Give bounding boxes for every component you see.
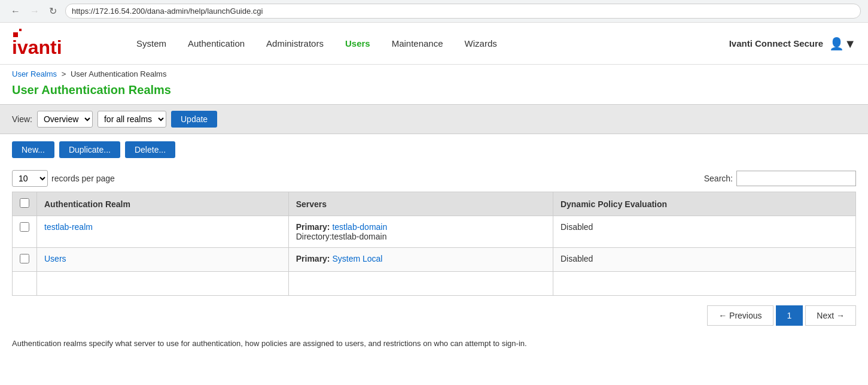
row2-servers-cell: Primary: System Local (288, 248, 553, 272)
page-title: User Authentication Realms (0, 81, 868, 104)
table-row: testlab-realm Primary: testlab-domain Di… (13, 216, 856, 248)
records-search-bar: 10 25 50 100 records per page Search: (0, 165, 868, 192)
row2-primary-link[interactable]: System Local (332, 254, 382, 263)
select-all-checkbox[interactable] (20, 198, 29, 208)
logo-svg: ivanti (12, 28, 108, 57)
row2-realm-link[interactable]: Users (44, 254, 66, 263)
breadcrumb-current: User Authentication Realms (71, 69, 166, 78)
realm-select[interactable]: for all realms (98, 111, 166, 128)
nav-administrators[interactable]: Administrators (255, 34, 334, 53)
empty2 (37, 272, 289, 296)
update-button[interactable]: Update (171, 111, 217, 128)
header-right: Ivanti Connect Secure 👤▼ (729, 37, 856, 51)
row1-realm-link[interactable]: testlab-realm (44, 222, 93, 232)
row1-realm-cell: testlab-realm (37, 216, 289, 248)
pagination-bar: ← Previous 1 Next → (0, 296, 868, 335)
table-row: Users Primary: System Local Disabled (13, 248, 856, 272)
page-1-button[interactable]: 1 (776, 305, 803, 326)
app-header: ivanti System Authentication Administrat… (0, 23, 868, 65)
footer-note: Authentication realms specify what serve… (0, 335, 868, 357)
toolbar: View: Overview for all realms Update (0, 104, 868, 134)
row2-realm-cell: Users (37, 248, 289, 272)
empty1 (13, 272, 37, 296)
search-right: Search: (704, 171, 856, 186)
row2-primary-label: Primary: (296, 254, 330, 263)
row2-dpe-cell: Disabled (553, 248, 855, 272)
records-per-page-select[interactable]: 10 25 50 100 (12, 170, 48, 187)
nav-authentication[interactable]: Authentication (177, 34, 255, 53)
back-button[interactable]: ← (7, 4, 24, 18)
th-authentication-realm: Authentication Realm (37, 192, 289, 216)
address-bar[interactable] (65, 4, 861, 19)
svg-rect-1 (19, 29, 22, 31)
nav-maintenance[interactable]: Maintenance (381, 34, 454, 53)
duplicate-button[interactable]: Duplicate... (59, 141, 120, 158)
breadcrumb-separator: > (62, 69, 66, 78)
table-container: Authentication Realm Servers Dynamic Pol… (0, 192, 868, 296)
th-dpe: Dynamic Policy Evaluation (553, 192, 855, 216)
row2-checkbox-cell (13, 248, 37, 272)
browser-bar: ← → ↻ (0, 0, 868, 23)
nav-system[interactable]: System (126, 34, 177, 53)
row1-secondary-server: Directory:testlab-domain (296, 232, 387, 241)
new-button[interactable]: New... (12, 141, 54, 158)
browser-nav-buttons[interactable]: ← → ↻ (7, 4, 60, 18)
table-header-row: Authentication Realm Servers Dynamic Pol… (13, 192, 856, 216)
view-label: View: (12, 114, 32, 124)
previous-button[interactable]: ← Previous (707, 305, 773, 326)
main-nav: System Authentication Administrators Use… (126, 34, 729, 53)
th-servers: Servers (288, 192, 553, 216)
empty4 (553, 272, 855, 296)
search-label: Search: (704, 174, 733, 183)
view-select[interactable]: Overview (37, 111, 93, 128)
table-empty-row (13, 272, 856, 296)
row1-servers-cell: Primary: testlab-domain Directory:testla… (288, 216, 553, 248)
action-bar: New... Duplicate... Delete... (0, 134, 868, 165)
row2-checkbox[interactable] (20, 254, 29, 263)
logo: ivanti (12, 28, 108, 59)
next-button[interactable]: Next → (805, 305, 856, 326)
empty3 (288, 272, 553, 296)
th-checkbox (13, 192, 37, 216)
search-input[interactable] (736, 171, 856, 186)
product-name: Ivanti Connect Secure (729, 38, 824, 48)
breadcrumb-parent[interactable]: User Realms (12, 69, 57, 78)
records-per-page-label: records per page (51, 174, 115, 183)
row1-checkbox[interactable] (20, 222, 29, 232)
forward-button[interactable]: → (26, 4, 43, 18)
reload-button[interactable]: ↻ (45, 4, 60, 18)
delete-button[interactable]: Delete... (125, 141, 175, 158)
row1-primary-label: Primary: (296, 222, 330, 232)
nav-wizards[interactable]: Wizards (454, 34, 508, 53)
nav-users[interactable]: Users (334, 34, 381, 53)
records-left: 10 25 50 100 records per page (12, 170, 115, 187)
breadcrumb: User Realms > User Authentication Realms (0, 65, 868, 81)
svg-text:ivanti: ivanti (12, 37, 62, 57)
user-icon[interactable]: 👤▼ (829, 37, 856, 51)
row1-primary-link[interactable]: testlab-domain (332, 222, 387, 232)
realms-table: Authentication Realm Servers Dynamic Pol… (12, 192, 856, 296)
row1-checkbox-cell (13, 216, 37, 248)
row1-dpe-cell: Disabled (553, 216, 855, 248)
